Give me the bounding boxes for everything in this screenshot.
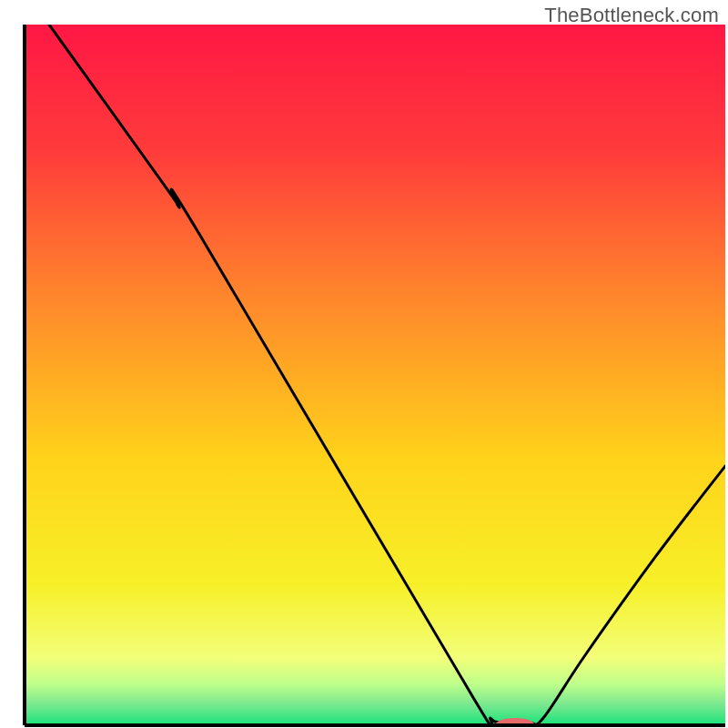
gradient-background — [25, 25, 725, 725]
bottleneck-chart: TheBottleneck.com — [0, 0, 728, 728]
chart-canvas — [0, 0, 728, 728]
watermark-text: TheBottleneck.com — [544, 4, 719, 27]
